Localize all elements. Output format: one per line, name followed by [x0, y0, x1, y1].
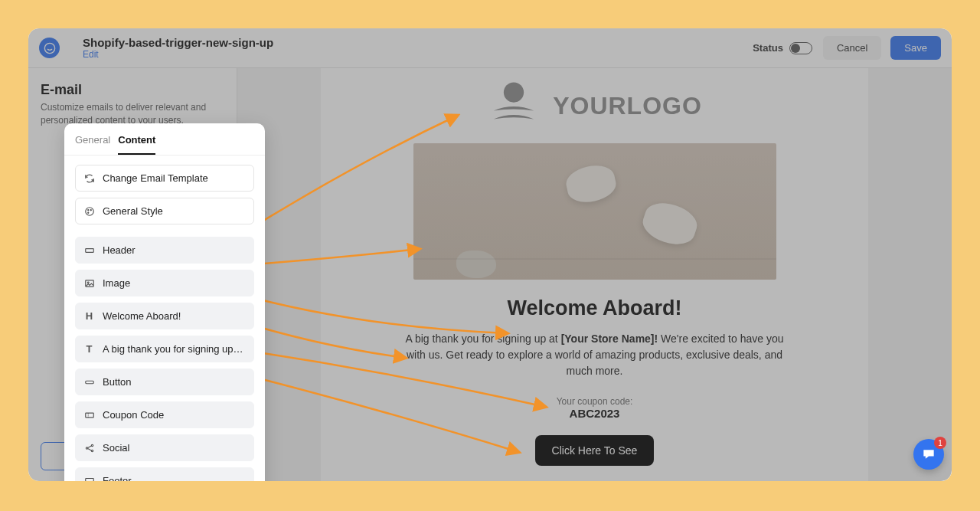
- block-button[interactable]: Button: [75, 369, 254, 395]
- svg-point-0: [44, 43, 54, 53]
- block-label: Welcome Aboard!: [103, 310, 246, 322]
- chat-widget[interactable]: 1: [913, 439, 944, 470]
- svg-point-2: [85, 207, 93, 215]
- save-button[interactable]: Save: [890, 36, 941, 60]
- block-label: A big thank you for signing up at [Your …: [103, 343, 246, 355]
- opt-general-style[interactable]: General Style: [75, 198, 254, 224]
- body-store-name: [Your Store Name]!: [561, 332, 658, 345]
- ticket-icon: [83, 409, 95, 421]
- email-preview: YOURLOGO Welcome Aboard! A big thank you…: [237, 68, 952, 481]
- app-header: Shopify-based-trigger-new-sign-up Edit S…: [28, 28, 952, 68]
- page-title: Shopify-based-trigger-new-sign-up: [83, 36, 753, 49]
- body-part-a: A big thank you for signing up at: [406, 332, 561, 345]
- svg-point-4: [90, 209, 91, 210]
- status-label: Status: [753, 42, 783, 54]
- svg-rect-6: [85, 248, 93, 252]
- block-image[interactable]: Image: [75, 270, 254, 296]
- popover-tabs: General Content: [64, 123, 265, 156]
- svg-rect-9: [85, 381, 93, 384]
- brand-logo-icon: [39, 38, 60, 58]
- opt-label: General Style: [103, 205, 246, 217]
- palette-icon: [83, 205, 95, 217]
- share-icon: [83, 442, 95, 454]
- block-label: Coupon Code: [103, 409, 246, 421]
- block-label: Button: [103, 376, 246, 388]
- logo-text: YOURLOGO: [553, 92, 702, 120]
- button-icon: [83, 376, 95, 388]
- block-header[interactable]: Header: [75, 237, 254, 264]
- logo-row: YOURLOGO: [487, 79, 702, 133]
- block-label: Image: [103, 277, 246, 289]
- opt-change-template[interactable]: Change Email Template: [75, 165, 254, 192]
- block-social[interactable]: Social: [75, 434, 254, 461]
- svg-point-3: [87, 209, 88, 210]
- cta-button[interactable]: Click Here To See: [535, 435, 655, 466]
- title-block: Shopify-based-trigger-new-sign-up Edit: [83, 36, 753, 60]
- status-toggle[interactable]: [789, 42, 812, 54]
- left-title: E-mail: [41, 82, 224, 98]
- coupon-code: ABC2023: [570, 407, 620, 420]
- block-label: Social: [103, 442, 246, 454]
- block-label: Header: [103, 244, 246, 256]
- svg-point-1: [504, 82, 524, 102]
- chat-icon: [921, 447, 936, 462]
- block-body[interactable]: T A big thank you for signing up at [You…: [75, 336, 254, 362]
- tab-content[interactable]: Content: [118, 134, 155, 155]
- hero-image: [413, 143, 776, 280]
- block-label: Footer: [103, 475, 246, 481]
- svg-point-8: [87, 281, 89, 283]
- block-footer[interactable]: Footer: [75, 467, 254, 481]
- body-text: A big thank you for signing up at [Your …: [321, 331, 868, 387]
- block-welcome[interactable]: H Welcome Aboard!: [75, 303, 254, 329]
- edit-link[interactable]: Edit: [83, 49, 753, 60]
- image-icon: [83, 277, 95, 289]
- app-window: Shopify-based-trigger-new-sign-up Edit S…: [28, 28, 952, 481]
- heading-icon: H: [83, 310, 95, 322]
- svg-rect-14: [85, 478, 93, 481]
- chat-badge: 1: [934, 437, 946, 449]
- svg-point-12: [91, 444, 93, 446]
- opt-label: Change Email Template: [103, 172, 246, 184]
- svg-point-13: [91, 450, 93, 451]
- tab-general[interactable]: General: [75, 134, 110, 155]
- placeholder-logo-icon: [487, 79, 541, 133]
- cancel-button[interactable]: Cancel: [823, 36, 881, 60]
- svg-point-11: [86, 447, 87, 448]
- svg-rect-10: [85, 413, 93, 418]
- sidebar-popover: General Content Change Email Template Ge…: [64, 123, 265, 481]
- svg-point-5: [87, 212, 88, 213]
- refresh-icon: [83, 172, 95, 184]
- welcome-heading: Welcome Aboard!: [507, 296, 681, 320]
- footer-icon: [83, 475, 95, 481]
- text-icon: T: [83, 343, 95, 355]
- block-coupon[interactable]: Coupon Code: [75, 401, 254, 428]
- coupon-label: Your coupon code:: [557, 396, 633, 407]
- rectangle-icon: [83, 244, 95, 256]
- email-paper: YOURLOGO Welcome Aboard! A big thank you…: [321, 68, 868, 481]
